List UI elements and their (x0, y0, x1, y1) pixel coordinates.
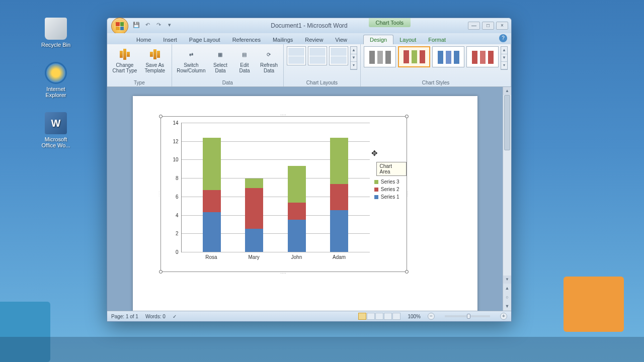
gallery-down-icon[interactable]: ▼ (501, 54, 507, 62)
browse-select-icon[interactable]: ○ (506, 295, 508, 300)
tab-review[interactable]: Review (299, 35, 329, 44)
resize-handle[interactable]: ···· (406, 191, 410, 197)
switch-row-column-button[interactable]: ⇄ Switch Row/Column (175, 46, 207, 74)
chart-style-thumb[interactable] (466, 46, 499, 67)
desktop-icon-recycle-bin[interactable]: Recycle Bin (38, 18, 74, 48)
view-print-layout[interactable] (358, 313, 366, 320)
bar-segment[interactable] (288, 166, 306, 203)
view-outline[interactable] (384, 313, 392, 320)
zoom-out-button[interactable]: − (428, 313, 435, 320)
next-page-icon[interactable]: ▼ (505, 304, 510, 309)
gallery-up-icon[interactable]: ▲ (351, 47, 357, 54)
maximize-button[interactable]: □ (482, 22, 494, 30)
legend-label: Series 3 (381, 179, 399, 185)
tab-insert[interactable]: Insert (157, 35, 183, 44)
tab-view[interactable]: View (329, 35, 353, 44)
chart-style-thumb[interactable] (364, 46, 396, 67)
group-type: Change Chart Type Save As Template Type (107, 44, 172, 86)
tab-references[interactable]: References (226, 35, 267, 44)
tab-mailings[interactable]: Mailings (267, 35, 299, 44)
close-button[interactable]: × (496, 22, 508, 30)
chart-style-thumb[interactable] (432, 46, 464, 67)
save-as-template-button[interactable]: Save As Template (141, 46, 169, 74)
scroll-down-icon[interactable]: ▼ (503, 276, 511, 284)
group-label: Chart Layouts (287, 79, 357, 85)
bar-stack[interactable] (245, 178, 263, 252)
bar-segment[interactable] (330, 184, 348, 210)
legend[interactable]: Series 3Series 2Series 1 (374, 177, 399, 202)
bar-segment[interactable] (203, 190, 221, 212)
resize-handle[interactable]: ···· (281, 272, 287, 275)
bar-segment[interactable] (330, 210, 348, 252)
tab-design[interactable]: Design (363, 35, 393, 44)
word-count[interactable]: Words: 0 (145, 314, 166, 319)
legend-label: Series 2 (381, 187, 399, 192)
bar-segment[interactable] (203, 212, 221, 252)
bar-stack[interactable] (203, 138, 221, 252)
bar-segment[interactable] (245, 178, 263, 188)
bar-stack[interactable] (330, 138, 348, 252)
view-draft[interactable] (392, 313, 400, 320)
bar-segment[interactable] (330, 138, 348, 184)
desktop-icon-word[interactable]: W Microsoft Office Wo... (38, 112, 74, 148)
chart-layout-thumb[interactable] (329, 46, 348, 65)
redo-icon[interactable]: ↷ (154, 22, 163, 30)
gallery-more-icon[interactable]: ▾ (501, 62, 507, 69)
change-chart-type-button[interactable]: Change Chart Type (110, 46, 139, 74)
scroll-up-icon[interactable]: ▲ (503, 87, 511, 95)
zoom-level[interactable]: 100% (408, 314, 421, 319)
bar-segment[interactable] (288, 203, 306, 219)
chart-style-thumb[interactable] (398, 46, 430, 67)
zoom-slider-thumb[interactable] (467, 314, 470, 319)
save-icon[interactable]: 💾 (132, 22, 140, 30)
select-data-button[interactable]: ▦ Select Data (209, 46, 231, 74)
resize-handle[interactable] (159, 270, 163, 274)
gallery-down-icon[interactable]: ▼ (351, 54, 357, 62)
page: ···· ···· ···· ···· 02468101214 RosaMary… (133, 96, 477, 311)
chart-object[interactable]: ···· ···· ···· ···· 02468101214 RosaMary… (160, 116, 407, 272)
gallery-more-icon[interactable]: ▾ (351, 62, 357, 69)
tab-layout[interactable]: Layout (393, 35, 422, 44)
tab-format[interactable]: Format (422, 35, 452, 44)
tab-home[interactable]: Home (130, 35, 157, 44)
legend-item[interactable]: Series 1 (374, 194, 399, 200)
gallery-up-icon[interactable]: ▲ (501, 47, 507, 54)
zoom-slider[interactable] (445, 315, 490, 317)
legend-item[interactable]: Series 2 (374, 187, 399, 192)
proofing-icon[interactable]: ✓ (173, 314, 177, 319)
scroll-thumb[interactable] (504, 95, 510, 150)
desktop-icon-ie[interactable]: Internet Explorer (38, 62, 74, 98)
office-button[interactable] (111, 18, 128, 35)
tab-page-layout[interactable]: Page Layout (183, 35, 226, 44)
page-container[interactable]: ···· ···· ···· ···· 02468101214 RosaMary… (107, 87, 503, 311)
minimize-button[interactable]: — (468, 22, 480, 30)
bar-stack[interactable] (288, 166, 306, 252)
recycle-bin-icon (45, 18, 67, 40)
chart-layout-thumb[interactable] (308, 46, 327, 65)
bar-segment[interactable] (245, 188, 263, 229)
resize-handle[interactable]: ···· (281, 113, 287, 117)
prev-page-icon[interactable]: ▲ (505, 286, 510, 291)
plot-area[interactable]: 02468101214 (181, 123, 370, 252)
refresh-data-button[interactable]: ⟳ Refresh Data (258, 46, 280, 74)
scroll-track[interactable] (503, 95, 511, 276)
view-full-screen[interactable] (367, 313, 375, 320)
bar-segment[interactable] (245, 229, 263, 252)
resize-handle[interactable] (405, 115, 409, 118)
bar-segment[interactable] (288, 220, 306, 252)
help-icon[interactable]: ? (499, 34, 507, 42)
resize-handle[interactable] (405, 270, 409, 274)
undo-icon[interactable]: ↶ (143, 22, 151, 30)
bar-segment[interactable] (203, 138, 221, 190)
resize-handle[interactable] (159, 115, 163, 118)
zoom-in-button[interactable]: + (500, 313, 507, 320)
refresh-icon: ⟳ (261, 47, 277, 61)
view-web-layout[interactable] (375, 313, 383, 320)
edit-data-button[interactable]: ▤ Edit Data (233, 46, 256, 74)
page-indicator[interactable]: Page: 1 of 1 (111, 314, 138, 319)
chart-layout-thumb[interactable] (287, 46, 306, 65)
legend-item[interactable]: Series 3 (374, 179, 399, 185)
resize-handle[interactable]: ···· (157, 191, 161, 197)
qat-dropdown-icon[interactable]: ▾ (166, 22, 174, 30)
desktop: Recycle Bin Internet Explorer W Microsof… (38, 18, 74, 148)
